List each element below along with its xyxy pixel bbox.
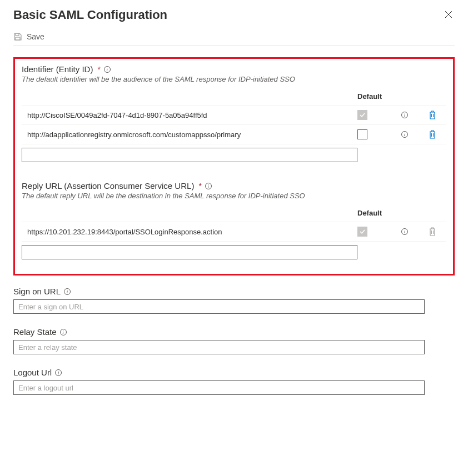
info-icon[interactable]: i	[55, 369, 62, 376]
svg-rect-2	[16, 33, 19, 36]
save-button-label: Save	[27, 32, 44, 41]
svg-rect-3	[16, 37, 20, 40]
reply-url-section: Reply URL (Assertion Consumer Service UR…	[22, 181, 446, 263]
required-asterisk: *	[97, 65, 100, 74]
default-column-header: Default	[357, 209, 391, 217]
row-info-button[interactable]: i	[391, 228, 419, 235]
close-icon	[445, 11, 452, 18]
sign-on-url-label: Sign on URL	[13, 287, 61, 296]
checkmark-icon	[360, 229, 365, 234]
logout-url-section: Logout Url i	[13, 368, 455, 395]
info-icon: i	[401, 112, 408, 118]
logout-url-input[interactable]	[13, 380, 425, 395]
sign-on-url-section: Sign on URL i	[13, 287, 455, 314]
relay-state-input[interactable]	[13, 340, 425, 354]
trash-icon	[429, 227, 436, 236]
trash-icon	[429, 111, 436, 119]
identifier-value: http://adapplicationregistry.onmicrosoft…	[22, 131, 357, 139]
default-checkbox[interactable]	[357, 129, 367, 139]
identifier-label: Identifier (Entity ID)	[22, 64, 93, 74]
checkmark-icon	[360, 112, 365, 118]
info-icon: i	[401, 228, 408, 235]
default-checkbox[interactable]	[357, 110, 367, 120]
identifier-description: The default identifier will be the audie…	[22, 75, 446, 83]
reply-url-value: https://10.201.232.19:8443/portal/SSOLog…	[22, 228, 357, 236]
info-icon[interactable]: i	[104, 66, 111, 73]
info-icon[interactable]: i	[64, 288, 71, 295]
reply-url-description: The default reply URL will be the destin…	[22, 192, 446, 200]
default-column-header: Default	[357, 92, 391, 101]
highlight-box: Identifier (Entity ID) * i The default i…	[13, 57, 455, 275]
identifier-row: http://adapplicationregistry.onmicrosoft…	[22, 125, 446, 144]
save-button[interactable]: Save	[13, 32, 44, 41]
close-button[interactable]	[442, 8, 455, 22]
delete-button[interactable]	[419, 227, 446, 236]
page-title: Basic SAML Configuration	[13, 8, 167, 22]
sign-on-url-input[interactable]	[13, 299, 425, 314]
identifier-input[interactable]	[22, 148, 357, 162]
required-asterisk: *	[198, 182, 201, 191]
reply-url-label: Reply URL (Assertion Consumer Service UR…	[22, 181, 194, 191]
row-info-button[interactable]: i	[391, 131, 419, 138]
delete-button[interactable]	[419, 111, 446, 119]
info-icon[interactable]: i	[60, 329, 67, 335]
default-checkbox[interactable]	[357, 227, 367, 237]
info-icon[interactable]: i	[205, 183, 212, 189]
save-icon	[13, 32, 22, 41]
logout-url-label: Logout Url	[13, 368, 52, 377]
row-info-button[interactable]: i	[391, 112, 419, 118]
info-icon: i	[401, 131, 408, 138]
reply-url-row: https://10.201.232.19:8443/portal/SSOLog…	[22, 222, 446, 242]
identifier-row: http://CiscoISE/0049a2fd-7047-4d1d-8907-…	[22, 106, 446, 125]
relay-state-label: Relay State	[13, 327, 57, 337]
relay-state-section: Relay State i	[13, 327, 455, 354]
identifier-section: Identifier (Entity ID) * i The default i…	[22, 64, 446, 166]
delete-button[interactable]	[419, 130, 446, 139]
trash-icon	[429, 130, 436, 139]
reply-url-input[interactable]	[22, 245, 357, 259]
identifier-value: http://CiscoISE/0049a2fd-7047-4d1d-8907-…	[22, 111, 357, 119]
